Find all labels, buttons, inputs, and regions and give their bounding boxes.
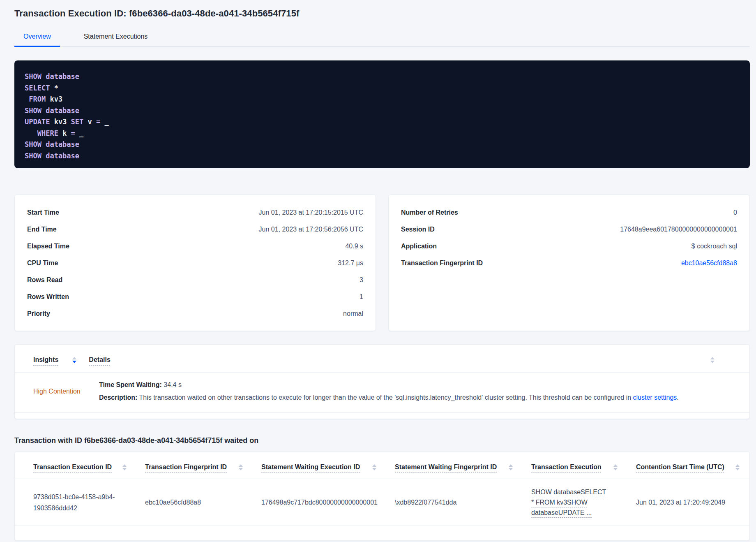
sql-line: SELECT *: [25, 83, 742, 94]
cell-statement-waiting-execution-id: 176498a9c717bdc80000000000000001: [261, 497, 395, 508]
column-header-transaction-execution-id: Transaction Execution ID: [33, 463, 145, 471]
detail-cards-row: Start Time Jun 01, 2023 at 17:20:15:2015…: [14, 195, 750, 331]
sql-line: SHOW database: [25, 139, 742, 151]
sort-icon-statement-waiting-fingerprint-id[interactable]: [509, 464, 513, 470]
detail-row-priority: Priority normal: [27, 305, 363, 322]
column-header-transaction-execution: Transaction Execution: [531, 463, 636, 471]
transaction-execution-link[interactable]: SHOW databaseSELECT * FROM kv3SHOW datab…: [531, 487, 608, 518]
sort-icon-transaction-execution[interactable]: [613, 464, 618, 470]
cell-statement-waiting-fingerprint-id: \xdb8922f077541dda: [395, 497, 531, 508]
column-header-contention-start-time: Contention Start Time (UTC): [636, 463, 742, 471]
sort-icon-transaction-fingerprint-id[interactable]: [239, 464, 243, 470]
insights-table-header: Insights Details: [15, 345, 749, 373]
detail-row-rows-written: Rows Written 1: [27, 288, 363, 305]
session-details-card: Number of Retries 0 Session ID 17648a9ee…: [388, 195, 750, 331]
time-spent-waiting-line: Time Spent Waiting: 34.4 s: [99, 381, 731, 389]
cell-transaction-execution-id: 9738d051-bc0e-4158-a9b4-1903586ddd42: [33, 491, 145, 514]
sql-line: SHOW database: [25, 71, 742, 83]
page-title: Transaction Execution ID: f6be6366-da03-…: [14, 0, 750, 19]
column-header-transaction-fingerprint-id: Transaction Fingerprint ID: [145, 463, 261, 471]
detail-row-elapsed-time: Elapsed Time 40.9 s: [27, 238, 363, 255]
sort-icon-statement-waiting-execution-id[interactable]: [372, 464, 376, 470]
sql-line: WHERE k = _: [25, 128, 742, 139]
column-header-statement-waiting-fingerprint-id: Statement Waiting Fingerprint ID: [395, 463, 531, 471]
insight-type-label: High Contention: [33, 388, 99, 395]
description-line: Description: This transaction waited on …: [99, 394, 731, 402]
table-row: 9738d051-bc0e-4158-a9b4-1903586ddd42 ebc…: [15, 479, 749, 526]
sort-icon-contention-start-time[interactable]: [735, 464, 740, 470]
cell-contention-start-time: Jun 01, 2023 at 17:20:49:2049: [636, 497, 742, 508]
insights-table-card: Insights Details High Contention Time Sp…: [14, 344, 750, 419]
tab-bar: Overview Statement Executions: [14, 29, 750, 47]
sql-statement-box: SHOW database SELECT * FROM kv3 SHOW dat…: [14, 60, 750, 168]
sort-icon-table-right[interactable]: [710, 357, 715, 363]
sql-line: UPDATE kv3 SET v = _: [25, 116, 742, 128]
cell-transaction-fingerprint-id: ebc10ae56cfd88a8: [145, 497, 261, 508]
tab-statement-executions[interactable]: Statement Executions: [75, 29, 157, 47]
insight-row-high-contention: High Contention Time Spent Waiting: 34.4…: [15, 373, 749, 413]
cell-transaction-execution: SHOW databaseSELECT * FROM kv3SHOW datab…: [531, 487, 636, 518]
tab-overview[interactable]: Overview: [14, 29, 60, 47]
waited-on-section-heading: Transaction with ID f6be6366-da03-48de-a…: [14, 436, 750, 445]
column-header-statement-waiting-execution-id: Statement Waiting Execution ID: [261, 463, 395, 471]
detail-row-transaction-fingerprint-id: Transaction Fingerprint ID ebc10ae56cfd8…: [401, 255, 737, 271]
detail-row-session-id: Session ID 17648a9eea6017800000000000000…: [401, 221, 737, 238]
cluster-settings-link[interactable]: cluster settings: [633, 394, 677, 401]
transaction-fingerprint-id-link[interactable]: ebc10ae56cfd88a8: [681, 259, 737, 267]
sql-line: FROM kv3: [25, 94, 742, 105]
detail-row-number-of-retries: Number of Retries 0: [401, 204, 737, 221]
timing-details-card: Start Time Jun 01, 2023 at 17:20:15:2015…: [14, 195, 376, 331]
insights-column-header[interactable]: Insights: [33, 356, 58, 364]
details-column-header[interactable]: Details: [89, 356, 110, 364]
detail-row-end-time: End Time Jun 01, 2023 at 17:20:56:2056 U…: [27, 221, 363, 238]
detail-row-application: Application $ cockroach sql: [401, 238, 737, 255]
transaction-details-page: Transaction Execution ID: f6be6366-da03-…: [0, 0, 756, 542]
sort-icon-insights[interactable]: [72, 357, 76, 363]
detail-row-rows-read: Rows Read 3: [27, 271, 363, 288]
waited-on-table-header: Transaction Execution ID Transaction Fin…: [15, 452, 749, 479]
detail-row-cpu-time: CPU Time 312.7 µs: [27, 255, 363, 271]
detail-row-start-time: Start Time Jun 01, 2023 at 17:20:15:2015…: [27, 204, 363, 221]
waited-on-table-card: Transaction Execution ID Transaction Fin…: [14, 452, 750, 541]
insight-details: Time Spent Waiting: 34.4 s Description: …: [99, 381, 731, 402]
sql-line: SHOW database: [25, 105, 742, 117]
insights-table-footer: [15, 413, 749, 419]
sort-icon-transaction-execution-id[interactable]: [122, 464, 127, 470]
sql-line: SHOW database: [25, 151, 742, 162]
